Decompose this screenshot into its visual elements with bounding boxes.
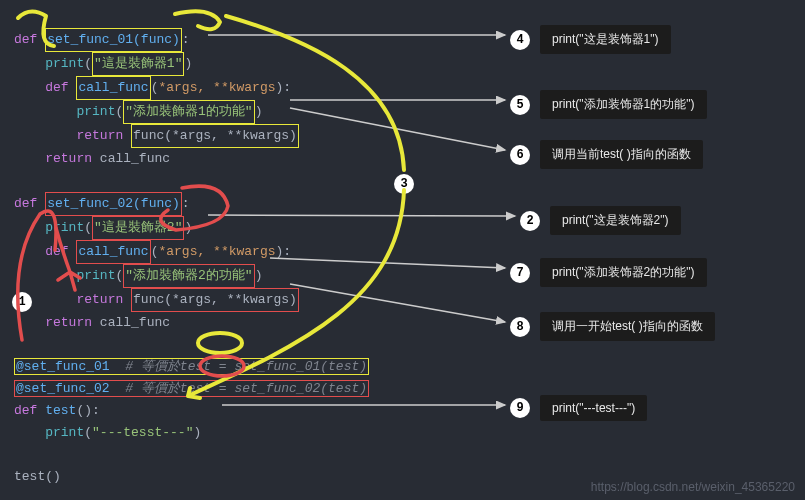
l11: return func(*args, **kwargs) <box>14 292 299 307</box>
step-9: 9print("---test---") <box>510 395 647 421</box>
step-3-bullet: 3 <box>394 174 414 194</box>
step-2: 2print("这是装饰器2") <box>520 206 681 235</box>
l7: def set_func_02(func): <box>14 196 190 211</box>
l3: def call_func(*args, **kwargs): <box>14 80 291 95</box>
l10: print("添加裝飾器2的功能") <box>14 268 262 283</box>
box-callfunc1: call_func <box>76 76 150 100</box>
step-5: 5print("添加装饰器1的功能") <box>510 90 707 119</box>
box-print1: "這是裝飾器1" <box>92 52 184 76</box>
l16: print("---tesst---") <box>14 425 201 440</box>
code-block: def set_func_01(func): print("這是裝飾器1") d… <box>14 6 369 488</box>
step-8: 8调用一开始test( )指向的函数 <box>510 312 715 341</box>
l4: print("添加裝飾器1的功能") <box>14 104 262 119</box>
watermark: https://blog.csdn.net/weixin_45365220 <box>591 480 795 494</box>
l12: return call_func <box>14 315 170 330</box>
box-add2: "添加裝飾器2的功能" <box>123 264 254 288</box>
step-4: 4print("这是装饰器1") <box>510 25 671 54</box>
box-print2: "這是裝飾器2" <box>92 216 184 240</box>
box-setfunc01: set_func_01(func) <box>45 28 182 52</box>
step-1-bullet: 1 <box>12 292 32 312</box>
l6: return call_func <box>14 151 170 166</box>
l15: def test(): <box>14 403 100 418</box>
step-6: 6调用当前test( )指向的函数 <box>510 140 703 169</box>
box-callfunc2: call_func <box>76 240 150 264</box>
diagram-root: def set_func_01(func): print("這是裝飾器1") d… <box>0 0 805 500</box>
box-setfunc02: set_func_02(func) <box>45 192 182 216</box>
l8: print("這是裝飾器2") <box>14 220 192 235</box>
l9: def call_func(*args, **kwargs): <box>14 244 291 259</box>
l17: test() <box>14 469 61 484</box>
box-ret1: func(*args, **kwargs) <box>131 124 299 148</box>
l5: return func(*args, **kwargs) <box>14 128 299 143</box>
step-7: 7print("添加装饰器2的功能") <box>510 258 707 287</box>
box-ret2: func(*args, **kwargs) <box>131 288 299 312</box>
box-add1: "添加裝飾器1的功能" <box>123 100 254 124</box>
l1: def set_func_01(func): <box>14 32 190 47</box>
box-dec2: @set_func_02 # 等價於test = set_func_02(tes… <box>14 380 369 397</box>
l2: print("這是裝飾器1") <box>14 56 192 71</box>
box-dec1: @set_func_01 # 等價於test = set_func_01(tes… <box>14 358 369 375</box>
